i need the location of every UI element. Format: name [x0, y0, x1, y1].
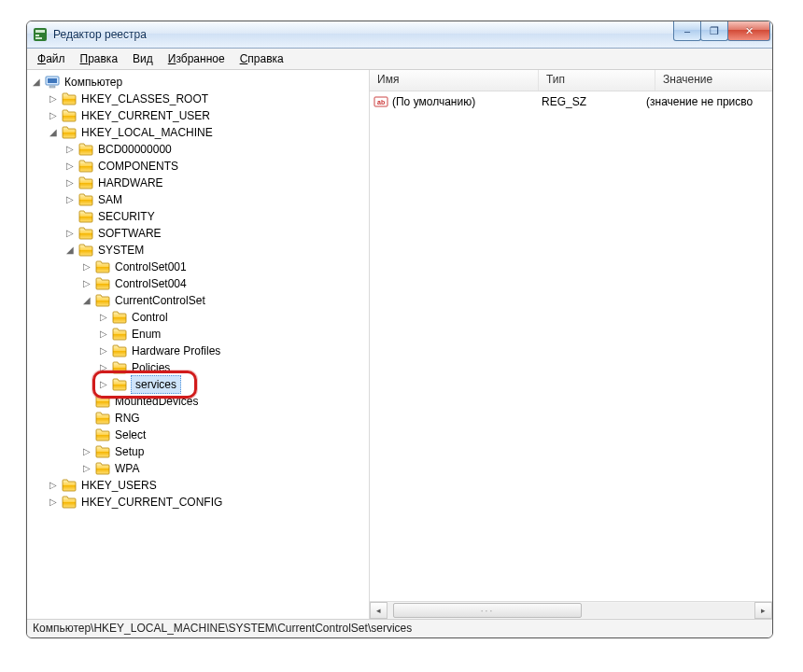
- scroll-right-button[interactable]: ▸: [754, 602, 772, 619]
- expand-icon[interactable]: ▷: [81, 259, 92, 275]
- folder-icon: [95, 395, 110, 408]
- folder-icon: [62, 496, 77, 509]
- folder-icon: [112, 361, 127, 374]
- tree-node-hkcu[interactable]: ▷HKEY_CURRENT_USER: [48, 107, 369, 124]
- tree-node-software[interactable]: ▷SOFTWARE: [64, 225, 369, 242]
- column-value[interactable]: Значение: [655, 70, 772, 91]
- registry-editor-window: Редактор реестра – ❐ ✕ Файл Правка Вид И…: [26, 21, 773, 638]
- expand-icon[interactable]: ▷: [64, 158, 76, 175]
- folder-icon: [62, 92, 77, 105]
- tree-node-hkcc[interactable]: ▷HKEY_CURRENT_CONFIG: [48, 494, 369, 511]
- close-button[interactable]: ✕: [727, 21, 770, 41]
- folder-icon: [78, 244, 93, 257]
- tree-node-services[interactable]: ▷services: [98, 376, 369, 393]
- collapse-icon[interactable]: ◢: [48, 124, 59, 141]
- scroll-thumb[interactable]: ···: [393, 603, 582, 618]
- folder-icon: [78, 176, 93, 189]
- tree-node-cs001[interactable]: ▷ControlSet001: [81, 259, 369, 275]
- folder-icon: [78, 160, 93, 173]
- tree-node-setup[interactable]: ▷Setup: [81, 443, 369, 460]
- scroll-left-button[interactable]: ◂: [370, 602, 387, 619]
- menu-favorites[interactable]: Избранное: [162, 50, 232, 67]
- expand-icon[interactable]: ▷: [48, 477, 59, 494]
- folder-icon: [95, 445, 110, 458]
- expand-icon[interactable]: ▷: [64, 175, 76, 191]
- tree-node-rng[interactable]: ▷RNG: [81, 410, 369, 427]
- folder-icon: [95, 260, 110, 273]
- horizontal-scrollbar[interactable]: ◂ ··· ▸: [370, 601, 772, 619]
- folder-icon: [95, 462, 110, 475]
- titlebar[interactable]: Редактор реестра – ❐ ✕: [27, 21, 772, 49]
- tree-node-control[interactable]: ▷Control: [98, 309, 369, 326]
- folder-icon: [95, 294, 110, 307]
- regedit-icon: [33, 27, 48, 42]
- folder-icon: [78, 227, 93, 240]
- folder-icon: [78, 193, 93, 206]
- expand-icon[interactable]: ▷: [81, 443, 92, 460]
- menu-file[interactable]: Файл: [31, 50, 72, 67]
- tree-node-hardware-profiles[interactable]: ▷Hardware Profiles: [98, 343, 369, 359]
- menu-help[interactable]: Справка: [233, 50, 290, 67]
- maximize-button[interactable]: ❐: [700, 21, 728, 41]
- tree-node-components[interactable]: ▷COMPONENTS: [64, 158, 369, 175]
- expand-icon[interactable]: ▷: [81, 460, 92, 477]
- list-body[interactable]: (По умолчанию) REG_SZ (значение не присв…: [370, 91, 772, 601]
- folder-icon: [95, 277, 110, 290]
- folder-icon: [112, 311, 127, 324]
- collapse-icon[interactable]: ◢: [31, 74, 42, 91]
- computer-icon: [45, 76, 60, 89]
- expand-icon[interactable]: ▷: [64, 225, 76, 242]
- tree-node-cs004[interactable]: ▷ControlSet004: [81, 275, 369, 292]
- collapse-icon[interactable]: ◢: [81, 292, 92, 309]
- collapse-icon[interactable]: ◢: [64, 242, 76, 259]
- scroll-track[interactable]: ···: [387, 603, 754, 618]
- tree-node-enum[interactable]: ▷Enum: [98, 326, 369, 343]
- tree-node-wpa[interactable]: ▷WPA: [81, 460, 369, 477]
- expand-icon[interactable]: ▷: [81, 275, 92, 292]
- tree-node-hklm[interactable]: ◢HKEY_LOCAL_MACHINE: [48, 124, 369, 141]
- tree-node-system[interactable]: ◢SYSTEM: [64, 242, 369, 259]
- values-pane: Имя Тип Значение (По умолчанию) REG_SZ (…: [370, 70, 772, 619]
- expand-icon[interactable]: ▷: [98, 343, 109, 359]
- expand-icon[interactable]: ▷: [48, 91, 59, 107]
- string-value-icon: [373, 94, 388, 109]
- tree-node-currentcontrolset[interactable]: ◢CurrentControlSet: [81, 292, 369, 309]
- menubar: Файл Правка Вид Избранное Справка: [27, 49, 772, 70]
- list-header[interactable]: Имя Тип Значение: [370, 70, 772, 91]
- menu-view[interactable]: Вид: [126, 50, 160, 67]
- column-type[interactable]: Тип: [539, 70, 655, 91]
- expand-icon[interactable]: ▷: [48, 494, 59, 511]
- tree-node-sam[interactable]: ▷SAM: [64, 191, 369, 208]
- folder-icon: [78, 210, 93, 223]
- expand-icon[interactable]: ▷: [64, 141, 76, 158]
- expand-icon[interactable]: ▷: [64, 191, 76, 208]
- tree-node-hkcr[interactable]: ▷HKEY_CLASSES_ROOT: [48, 91, 369, 107]
- minimize-button[interactable]: –: [673, 21, 701, 41]
- list-row[interactable]: (По умолчанию) REG_SZ (значение не присв…: [370, 93, 772, 110]
- tree-node-hardware[interactable]: ▷HARDWARE: [64, 175, 369, 191]
- folder-icon: [112, 378, 127, 391]
- expand-icon[interactable]: ▷: [98, 309, 109, 326]
- folder-icon: [95, 428, 110, 441]
- status-path: Компьютер\HKEY_LOCAL_MACHINE\SYSTEM\Curr…: [33, 622, 412, 635]
- tree-pane[interactable]: ◢ Компьютер ▷HKEY_CLASSES_ROOT ▷HKEY_CUR…: [27, 70, 370, 619]
- tree-node-hku[interactable]: ▷HKEY_USERS: [48, 477, 369, 494]
- tree-node-security[interactable]: ▷SECURITY: [64, 208, 369, 225]
- statusbar: Компьютер\HKEY_LOCAL_MACHINE\SYSTEM\Curr…: [27, 619, 772, 638]
- folder-icon: [62, 479, 77, 492]
- menu-edit[interactable]: Правка: [74, 50, 125, 67]
- column-name[interactable]: Имя: [370, 70, 539, 91]
- expand-icon[interactable]: ▷: [98, 359, 109, 376]
- expand-icon[interactable]: ▷: [98, 376, 109, 393]
- tree-node-bcd[interactable]: ▷BCD00000000: [64, 141, 369, 158]
- expand-icon[interactable]: ▷: [98, 326, 109, 343]
- window-title: Редактор реестра: [53, 28, 147, 41]
- tree-node-computer[interactable]: ◢ Компьютер: [31, 74, 369, 91]
- tree-node-select[interactable]: ▷Select: [81, 427, 369, 443]
- tree-node-mounteddevices[interactable]: ▷MountedDevices: [81, 393, 369, 410]
- folder-icon: [112, 344, 127, 357]
- folder-icon: [62, 126, 77, 139]
- tree-node-policies[interactable]: ▷Policies: [98, 359, 369, 376]
- expand-icon[interactable]: ▷: [48, 107, 59, 124]
- folder-icon: [95, 412, 110, 425]
